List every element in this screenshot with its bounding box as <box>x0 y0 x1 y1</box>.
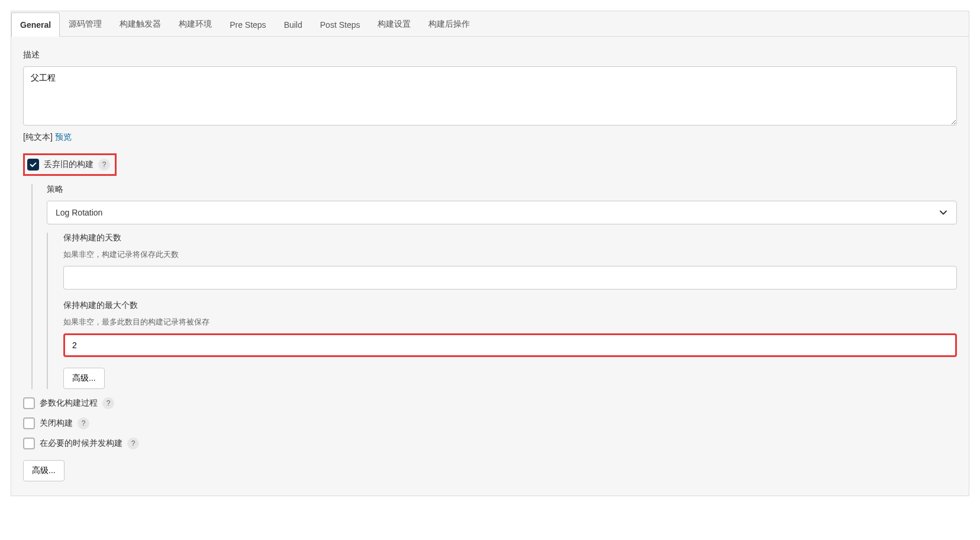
advanced-button-bottom[interactable]: 高级... <box>23 460 65 481</box>
param-build-label: 参数化构建过程 <box>40 398 98 409</box>
bottom-options: 参数化构建过程 ? 关闭构建 ? 在必要的时候并发构建 ? <box>23 397 957 449</box>
keep-days-input[interactable] <box>63 266 957 290</box>
disable-build-help-icon[interactable]: ? <box>78 417 89 429</box>
preview-link[interactable]: 预览 <box>55 132 72 142</box>
advanced-block-bottom: 高级... <box>23 460 957 481</box>
plain-text-prefix: [纯文本] <box>23 132 55 142</box>
description-textarea[interactable]: 父工程 <box>23 66 957 126</box>
description-label: 描述 <box>23 50 957 60</box>
keep-days-block: 保持构建的天数 如果非空，构建记录将保存此天数 <box>63 233 957 290</box>
tab-bar: General 源码管理 构建触发器 构建环境 Pre Steps Build … <box>11 11 969 37</box>
disable-build-label: 关闭构建 <box>40 418 73 429</box>
keep-days-help: 如果非空，构建记录将保存此天数 <box>63 249 957 260</box>
strategy-inner: 保持构建的天数 如果非空，构建记录将保存此天数 保持构建的最大个数 如果非空，最… <box>47 233 957 389</box>
strategy-select[interactable]: Log Rotation <box>47 201 957 224</box>
strategy-selected-value: Log Rotation <box>56 208 102 217</box>
concurrent-build-help-icon[interactable]: ? <box>127 438 139 449</box>
keep-max-label: 保持构建的最大个数 <box>63 300 957 311</box>
tab-scm[interactable]: 源码管理 <box>60 11 111 37</box>
tab-post-actions[interactable]: 构建后操作 <box>420 11 479 37</box>
discard-old-builds-row: 丢弃旧的构建 ? <box>23 153 117 176</box>
tab-triggers[interactable]: 构建触发器 <box>111 11 170 37</box>
param-build-help-icon[interactable]: ? <box>102 397 114 409</box>
keep-max-block: 保持构建的最大个数 如果非空，最多此数目的构建记录将被保存 <box>63 300 957 357</box>
discard-nested: 策略 Log Rotation 保持构建的天数 如果非空，构建记录将保存此天数 … <box>31 184 957 389</box>
strategy-label: 策略 <box>47 184 957 195</box>
keep-max-input[interactable] <box>63 333 957 357</box>
param-build-row: 参数化构建过程 ? <box>23 397 957 409</box>
keep-days-label: 保持构建的天数 <box>63 233 957 243</box>
concurrent-build-row: 在必要的时候并发构建 ? <box>23 438 957 449</box>
check-icon <box>29 160 37 169</box>
tab-general[interactable]: General <box>11 12 60 37</box>
keep-max-help: 如果非空，最多此数目的构建记录将被保存 <box>63 317 957 327</box>
chevron-down-icon <box>939 208 948 217</box>
advanced-block-inner: 高级... <box>63 368 957 389</box>
tab-env[interactable]: 构建环境 <box>170 11 221 37</box>
tab-pre-steps[interactable]: Pre Steps <box>221 12 275 37</box>
discard-old-builds-checkbox[interactable] <box>27 159 39 171</box>
concurrent-build-label: 在必要的时候并发构建 <box>40 438 122 449</box>
disable-build-row: 关闭构建 ? <box>23 417 957 429</box>
tab-build-settings[interactable]: 构建设置 <box>369 11 420 37</box>
tab-post-steps[interactable]: Post Steps <box>311 12 369 37</box>
description-format-note: [纯文本] 预览 <box>23 132 957 143</box>
advanced-button-inner[interactable]: 高级... <box>63 368 105 389</box>
description-block: 描述 父工程 [纯文本] 预览 <box>23 50 957 143</box>
disable-build-checkbox[interactable] <box>23 417 35 429</box>
tab-content: 描述 父工程 [纯文本] 预览 丢弃旧的构建 ? 策略 Log Rotation <box>11 37 969 496</box>
concurrent-build-checkbox[interactable] <box>23 438 35 449</box>
strategy-select-wrap: Log Rotation <box>47 201 957 224</box>
config-panel: General 源码管理 构建触发器 构建环境 Pre Steps Build … <box>11 11 969 496</box>
tab-build[interactable]: Build <box>275 12 311 37</box>
discard-old-builds-label: 丢弃旧的构建 <box>44 159 94 170</box>
discard-help-icon[interactable]: ? <box>98 159 110 171</box>
param-build-checkbox[interactable] <box>23 397 35 409</box>
